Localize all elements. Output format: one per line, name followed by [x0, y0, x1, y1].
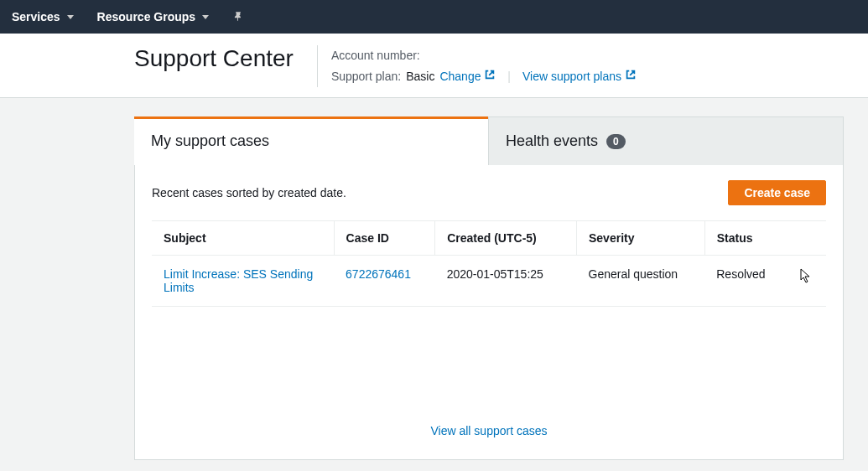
- change-plan-label: Change: [439, 70, 481, 83]
- page-title: Support Center: [134, 45, 317, 72]
- top-nav: Services Resource Groups: [0, 0, 868, 34]
- case-created: 2020-01-05T15:25: [435, 256, 577, 307]
- nav-services[interactable]: Services: [12, 10, 74, 23]
- tab-my-cases[interactable]: My support cases: [134, 116, 488, 165]
- view-all-cases-link[interactable]: View all support cases: [152, 424, 826, 437]
- col-severity: Severity: [577, 221, 705, 256]
- change-plan-link[interactable]: Change: [439, 66, 496, 87]
- header-band: Support Center Account number: Support p…: [0, 34, 868, 98]
- col-subject: Subject: [152, 221, 334, 256]
- col-created: Created (UTC-5): [435, 221, 577, 256]
- col-status: Status: [704, 221, 826, 256]
- create-case-button[interactable]: Create case: [728, 180, 826, 205]
- case-subject-link[interactable]: Limit Increase: SES Sending Limits: [164, 267, 313, 294]
- view-plans-label: View support plans: [522, 70, 621, 83]
- account-number-label: Account number:: [331, 45, 420, 66]
- view-plans-link[interactable]: View support plans: [522, 66, 637, 87]
- cases-table: Subject Case ID Created (UTC-5) Severity…: [152, 220, 826, 307]
- separator: |: [507, 66, 511, 87]
- nav-services-label: Services: [12, 10, 60, 23]
- case-status: Resolved: [704, 256, 826, 307]
- caret-down-icon: [67, 15, 74, 19]
- tab-health-events[interactable]: Health events 0: [488, 116, 844, 165]
- table-header-row: Subject Case ID Created (UTC-5) Severity…: [152, 221, 826, 256]
- support-plan-value: Basic: [406, 66, 434, 87]
- caret-down-icon: [202, 15, 209, 19]
- table-row: Limit Increase: SES Sending Limits 67226…: [152, 256, 826, 307]
- tabs: My support cases Health events 0: [134, 116, 844, 165]
- case-severity: General question: [577, 256, 705, 307]
- pin-icon[interactable]: [232, 11, 244, 23]
- nav-resource-groups[interactable]: Resource Groups: [97, 10, 209, 23]
- col-case-id: Case ID: [334, 221, 435, 256]
- external-link-icon: [625, 69, 637, 80]
- content-wrap: My support cases Health events 0 Recent …: [134, 116, 844, 460]
- cases-panel: Recent cases sorted by created date. Cre…: [134, 165, 844, 460]
- case-id-link[interactable]: 6722676461: [346, 267, 411, 281]
- account-block: Account number: Support plan: Basic Chan…: [317, 45, 637, 87]
- support-plan-label: Support plan:: [331, 66, 401, 87]
- nav-resource-groups-label: Resource Groups: [97, 10, 195, 23]
- external-link-icon: [484, 69, 496, 80]
- health-count-badge: 0: [606, 134, 626, 149]
- tab-health-events-label: Health events: [506, 132, 598, 150]
- tab-my-cases-label: My support cases: [151, 132, 269, 150]
- recent-cases-text: Recent cases sorted by created date.: [152, 186, 346, 199]
